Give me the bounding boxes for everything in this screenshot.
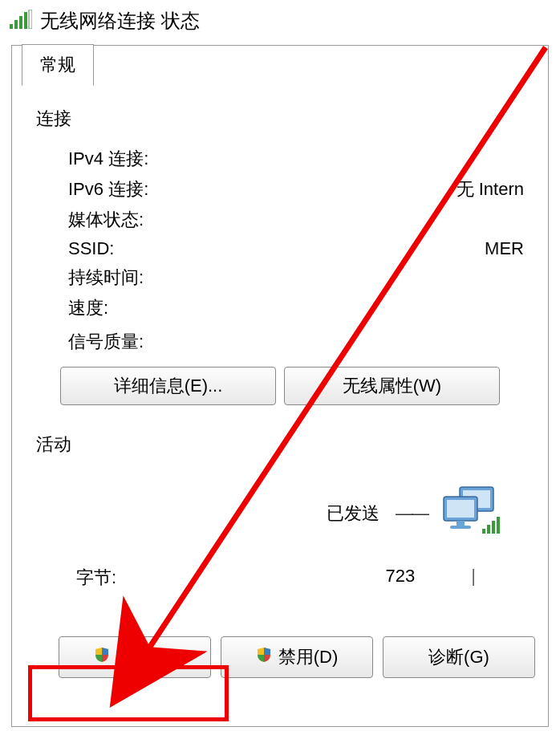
- activity-section: 活动 已发送 ——: [36, 412, 524, 598]
- media-label: 媒体状态:: [68, 208, 144, 232]
- bytes-row: 字节: 723 |: [36, 550, 524, 598]
- ipv6-row: IPv6 连接: 无 Intern: [36, 174, 524, 205]
- tab-general[interactable]: 常规: [22, 44, 94, 86]
- dash-left: ——: [396, 503, 428, 524]
- bytes-sent-value: 723: [386, 566, 424, 590]
- svg-rect-0: [10, 24, 13, 29]
- diagnose-button-label: 诊断(G): [428, 645, 489, 669]
- signal-quality-label: 信号质量:: [68, 330, 144, 354]
- uac-shield-icon: [94, 647, 110, 668]
- title-bar: 无线网络连接 状态: [0, 0, 560, 42]
- media-row: 媒体状态:: [36, 205, 524, 235]
- svg-rect-10: [450, 526, 471, 529]
- wireless-properties-button[interactable]: 无线属性(W): [284, 367, 500, 405]
- bottom-button-row: 属性(P) 禁用(D) 诊断(G): [36, 598, 524, 678]
- activity-visual: 已发送 ——: [36, 469, 524, 550]
- network-computers-icon: [439, 485, 500, 542]
- speed-label: 速度:: [68, 296, 108, 320]
- properties-button-label: 属性(P): [116, 645, 175, 669]
- activity-section-title: 活动: [36, 433, 524, 457]
- ssid-value: MER: [485, 238, 524, 259]
- diagnose-button[interactable]: 诊断(G): [383, 636, 535, 678]
- signal-bars-icon: [10, 10, 32, 33]
- ssid-label: SSID:: [68, 238, 114, 259]
- svg-rect-9: [457, 521, 465, 526]
- disable-button-label: 禁用(D): [278, 645, 339, 669]
- svg-rect-12: [487, 525, 490, 534]
- svg-rect-4: [29, 10, 32, 29]
- signal-quality-row: 信号质量:: [36, 323, 524, 357]
- svg-rect-3: [24, 12, 27, 29]
- details-button[interactable]: 详细信息(E)...: [60, 367, 276, 405]
- svg-rect-13: [492, 521, 495, 534]
- disable-button[interactable]: 禁用(D): [221, 636, 373, 678]
- mid-button-row: 详细信息(E)... 无线属性(W): [36, 357, 524, 412]
- svg-rect-8: [447, 500, 474, 518]
- duration-label: 持续时间:: [68, 266, 144, 290]
- sent-label: 已发送: [327, 502, 379, 526]
- svg-rect-1: [14, 20, 18, 29]
- svg-rect-14: [497, 517, 500, 534]
- ipv4-label: IPv4 连接:: [68, 147, 148, 171]
- tab-header: 常规: [22, 45, 94, 87]
- ipv4-row: IPv4 连接:: [36, 144, 524, 174]
- uac-shield-icon: [256, 647, 272, 668]
- duration-row: 持续时间:: [36, 262, 524, 293]
- window-title: 无线网络连接 状态: [40, 8, 200, 34]
- wireless-properties-label: 无线属性(W): [343, 374, 441, 398]
- svg-rect-2: [19, 16, 22, 29]
- ipv6-label: IPv6 连接:: [68, 177, 148, 201]
- dialog-frame: 常规 连接 IPv4 连接: IPv6 连接: 无 Intern 媒体状态: S…: [11, 45, 549, 727]
- bytes-label: 字节:: [76, 566, 116, 590]
- properties-button[interactable]: 属性(P): [59, 636, 211, 678]
- ssid-row: SSID: MER: [36, 235, 524, 262]
- svg-rect-11: [482, 529, 485, 534]
- ipv6-value: 无 Intern: [457, 177, 524, 201]
- speed-row: 速度:: [36, 293, 524, 323]
- content-area: 连接 IPv4 连接: IPv6 连接: 无 Intern 媒体状态: SSID…: [12, 46, 548, 694]
- details-button-label: 详细信息(E)...: [114, 374, 223, 398]
- bytes-separator: |: [471, 566, 476, 590]
- connection-section-title: 连接: [36, 107, 524, 131]
